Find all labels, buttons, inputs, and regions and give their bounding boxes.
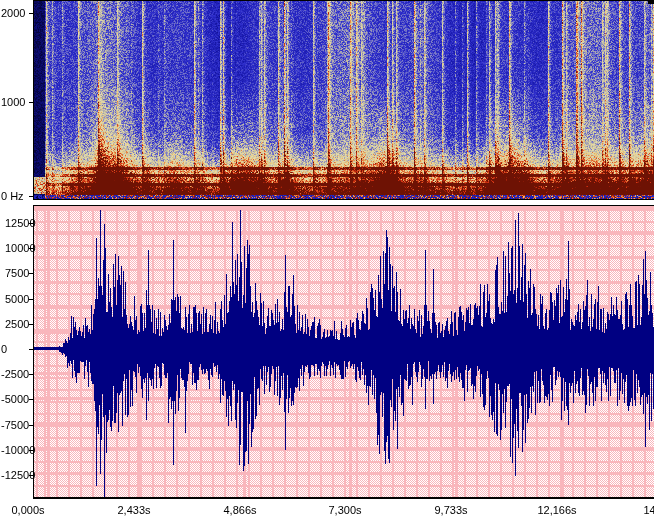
amp-axis-label: 5000 [5, 293, 29, 305]
time-axis-label: 0,000s [11, 504, 44, 516]
freq-axis-label: 2000 [1, 7, 25, 19]
freq-axis-label: 0 Hz [1, 190, 24, 202]
amp-axis-label: -7500 [1, 419, 29, 431]
audio-editor-window: 200010000 Hz 12500100007500500025000-250… [0, 0, 654, 524]
amp-axis-label: 2500 [5, 318, 29, 330]
amp-axis-label: 0 [1, 343, 7, 355]
time-axis-label: 12,166s [537, 504, 576, 516]
amp-axis-label: -5000 [1, 393, 29, 405]
spectrogram-canvas[interactable] [34, 1, 654, 199]
amp-axis-label: -10000 [1, 444, 35, 456]
amp-axis-label: -12500 [1, 469, 35, 481]
time-axis-label: 9,733s [434, 504, 467, 516]
corner-box [648, 0, 654, 4]
spectrogram-panel[interactable] [33, 0, 654, 200]
time-axis-label: 2,433s [117, 504, 150, 516]
waveform-canvas[interactable] [34, 206, 654, 497]
time-axis-label: 14,599s [643, 504, 654, 516]
waveform-panel[interactable] [33, 205, 654, 499]
freq-axis-label: 1000 [1, 96, 25, 108]
amp-axis-label: 10000 [5, 242, 36, 254]
time-axis-label: 7,300s [328, 504, 361, 516]
amp-axis-label: -2500 [1, 368, 29, 380]
amp-axis-label: 12500 [5, 217, 36, 229]
amp-axis-label: 7500 [5, 267, 29, 279]
time-axis-label: 4,866s [223, 504, 256, 516]
